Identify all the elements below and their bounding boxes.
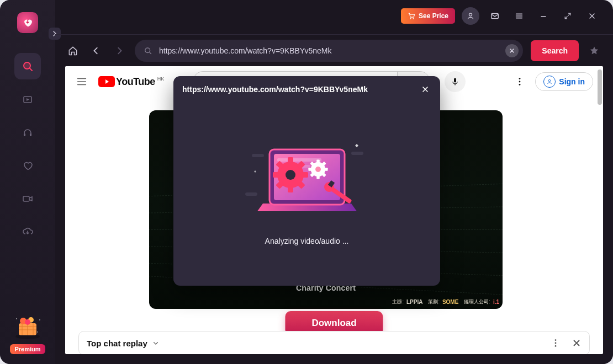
svg-rect-48	[324, 168, 328, 171]
bookmark-button[interactable]	[586, 43, 602, 58]
search-button-label: Search	[542, 46, 568, 55]
svg-point-10	[16, 318, 17, 319]
account-button[interactable]	[462, 7, 479, 25]
svg-rect-38	[302, 172, 308, 178]
modal-header: https://www.youtube.com/watch?v=9KBBYv5n…	[173, 76, 440, 103]
more-vertical-icon[interactable]	[551, 338, 561, 348]
analyze-modal: https://www.youtube.com/watch?v=9KBBYv5n…	[173, 76, 440, 286]
see-price-label: See Price	[419, 12, 448, 20]
close-icon	[588, 12, 596, 20]
search-button[interactable]: Search	[531, 40, 579, 61]
youtube-logo-mark	[98, 76, 115, 87]
sidebar-item-search[interactable]	[14, 53, 41, 79]
heart-download-icon	[22, 17, 33, 28]
forward-button[interactable]	[112, 43, 127, 58]
analyzing-illustration-icon	[235, 132, 379, 220]
headphones-icon	[22, 127, 33, 138]
sidebar-item-cloud[interactable]	[14, 218, 41, 245]
svg-rect-16	[492, 14, 499, 19]
home-icon	[67, 45, 78, 56]
svg-rect-47	[316, 175, 320, 179]
youtube-menu-button[interactable]	[75, 75, 88, 88]
user-circle-icon	[543, 76, 556, 88]
app-logo[interactable]	[17, 12, 38, 33]
svg-point-45	[315, 167, 321, 172]
hamburger-icon	[76, 76, 88, 88]
record-video-icon	[22, 193, 33, 204]
modal-close-button[interactable]	[419, 83, 431, 95]
svg-rect-37	[288, 186, 293, 192]
modal-status-text: Analyzing video/audio ...	[265, 237, 349, 245]
search-icon	[22, 61, 33, 72]
svg-point-24	[555, 339, 557, 341]
clear-url-button[interactable]	[505, 44, 519, 57]
maximize-icon	[564, 12, 572, 20]
url-input[interactable]	[158, 46, 500, 56]
svg-point-25	[555, 342, 557, 344]
svg-point-11	[39, 319, 40, 320]
youtube-signin-label: Sign in	[559, 77, 585, 86]
svg-point-9	[25, 319, 30, 325]
youtube-signin-button[interactable]: Sign in	[535, 72, 593, 91]
svg-point-20	[519, 78, 521, 79]
chat-replay-bar[interactable]: Top chat replay	[78, 331, 590, 354]
hamburger-icon	[514, 11, 524, 21]
youtube-logo[interactable]: YouTube HK	[98, 76, 164, 88]
svg-point-21	[519, 81, 521, 83]
search-icon	[144, 46, 152, 55]
svg-point-23	[549, 79, 551, 82]
video-sponsor-logos: 主辦:LPPIA 策劃:SOME 經理人公司:i.1	[392, 298, 499, 306]
close-icon[interactable]	[572, 338, 582, 348]
modal-title: https://www.youtube.com/watch?v=9KBBYv5n…	[182, 85, 368, 94]
svg-point-13	[410, 18, 411, 19]
sidebar-item-favorites[interactable]	[14, 152, 41, 179]
mail-icon	[490, 11, 500, 21]
play-icon	[104, 79, 109, 84]
minimize-icon	[539, 12, 548, 20]
x-icon	[509, 48, 515, 53]
svg-rect-46	[316, 159, 320, 163]
close-icon	[421, 85, 430, 94]
youtube-region: HK	[157, 76, 165, 82]
premium-basket-icon	[12, 314, 43, 340]
svg-point-0	[24, 62, 30, 69]
youtube-voice-search[interactable]	[445, 71, 466, 92]
svg-point-12	[37, 331, 38, 333]
window-topbar: See Price	[55, 0, 613, 32]
svg-rect-39	[273, 172, 279, 178]
close-window-button[interactable]	[583, 7, 601, 25]
svg-rect-28	[351, 152, 363, 155]
scrollbar[interactable]	[598, 69, 602, 105]
microphone-icon	[451, 77, 459, 86]
address-bar-row: Search	[55, 34, 613, 66]
cart-icon	[408, 12, 415, 20]
address-bar	[135, 40, 523, 62]
svg-point-26	[555, 345, 557, 347]
svg-point-15	[469, 13, 472, 16]
youtube-more-button[interactable]	[512, 74, 527, 89]
svg-rect-4	[23, 196, 29, 201]
sidebar-item-music[interactable]	[14, 119, 41, 146]
svg-rect-2	[24, 133, 25, 136]
sidebar: Premium	[0, 0, 55, 364]
maximize-button[interactable]	[559, 7, 577, 25]
menu-button[interactable]	[510, 7, 528, 25]
premium-badge[interactable]: Premium	[10, 344, 45, 354]
sidebar-item-library[interactable]	[14, 86, 41, 113]
cloud-download-icon	[22, 226, 33, 237]
sidebar-item-recorder[interactable]	[14, 185, 41, 212]
more-vertical-icon	[515, 77, 525, 87]
minimize-button[interactable]	[535, 7, 552, 25]
chat-replay-label: Top chat replay	[87, 339, 147, 348]
svg-point-35	[286, 170, 295, 180]
svg-rect-32	[277, 158, 321, 162]
see-price-button[interactable]: See Price	[401, 8, 455, 24]
svg-rect-3	[30, 133, 31, 136]
chevron-right-icon	[114, 46, 124, 56]
svg-point-17	[145, 47, 150, 52]
feedback-button[interactable]	[486, 7, 504, 25]
svg-point-22	[519, 84, 521, 85]
back-button[interactable]	[88, 43, 104, 58]
home-button[interactable]	[65, 43, 81, 58]
svg-rect-19	[454, 78, 456, 83]
